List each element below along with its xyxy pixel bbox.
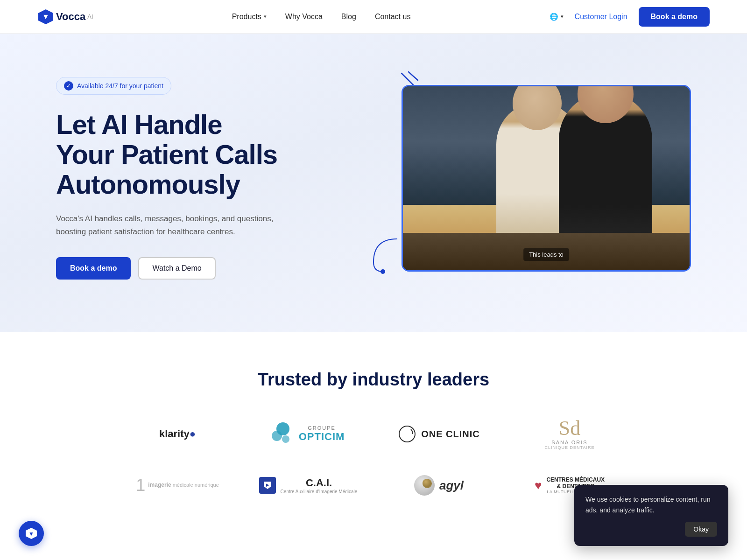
logo-oneclinic: ONE CLINIC <box>378 418 500 450</box>
trusted-title: Trusted by industry leaders <box>37 370 710 390</box>
nav-actions: 🌐 ▾ Customer Login Book a demo <box>550 7 710 27</box>
float-scroll-button[interactable]: ▼ <box>19 521 44 546</box>
cookie-text: We use cookies to personalize content, r… <box>585 494 717 515</box>
opticim-logo-display: GROUPE OPTICIM <box>272 422 345 446</box>
oneclinic-icon <box>398 425 416 443</box>
person-right-body <box>559 93 652 233</box>
logo-klarity: klarity● <box>117 418 238 450</box>
watch-demo-button[interactable]: Watch a Demo <box>138 257 215 280</box>
cai-logo-display: ▶ C.A.I. Centre Auxiliaire d'Imagerie Mé… <box>259 477 358 494</box>
svg-point-5 <box>399 426 415 442</box>
oneclinic-logo-display: ONE CLINIC <box>398 425 480 443</box>
globe-icon: 🌐 <box>550 13 558 21</box>
svg-text:▶: ▶ <box>266 483 269 487</box>
svg-point-4 <box>381 269 385 274</box>
cai-icon-shape: ▶ <box>259 477 276 494</box>
sanaoris-logo-display: Sd SANA ORIS CLINIQUE DENTAIRE <box>545 418 595 450</box>
hero-buttons: Book a demo Watch a Demo <box>56 257 285 280</box>
hero-left: ✓ Available 24/7 for your patient Let AI… <box>56 77 285 279</box>
video-content: This leads to <box>403 86 690 270</box>
logo-imn: 1 imagerie médicale numérique <box>117 469 238 502</box>
available-badge: ✓ Available 24/7 for your patient <box>56 77 171 95</box>
imn-logo-display: 1 imagerie médicale numérique <box>136 476 219 495</box>
products-chevron-icon: ▾ <box>264 14 267 20</box>
logo[interactable]: ▼ Vocca AI <box>37 8 93 25</box>
nav-blog[interactable]: Blog <box>341 13 356 21</box>
hero-section: ✓ Available 24/7 for your patient Let AI… <box>0 34 747 332</box>
svg-text:▼: ▼ <box>42 13 49 21</box>
agyl-sphere-icon <box>414 475 435 496</box>
cookie-banner: We use cookies to personalize content, r… <box>574 485 728 546</box>
klarity-logo-display: klarity● <box>159 428 196 440</box>
nav-why-vocca[interactable]: Why Vocca <box>285 13 323 21</box>
logos-grid: klarity● GROUPE OPTICIM <box>117 418 630 502</box>
nav-products[interactable]: Products ▾ <box>232 13 267 21</box>
logo-opticim: GROUPE OPTICIM <box>247 418 369 450</box>
logo-text: Vocca <box>56 11 85 23</box>
navbar: ▼ Vocca AI Products ▾ Why Vocca Blog Con… <box>0 0 747 34</box>
check-icon: ✓ <box>64 81 73 91</box>
hero-title: Let AI Handle Your Patient Calls Autonom… <box>56 110 285 199</box>
cookie-okay-button[interactable]: Okay <box>685 522 717 537</box>
nav-contact[interactable]: Contact us <box>375 13 410 21</box>
logo-icon: ▼ <box>37 8 54 25</box>
logo-agyl: agyl <box>378 469 500 502</box>
logo-sanaoris: Sd SANA ORIS CLINIQUE DENTAIRE <box>509 418 630 450</box>
book-demo-hero-button[interactable]: Book a demo <box>56 257 131 280</box>
video-caption: This leads to <box>523 248 569 261</box>
opticim-circles-icon <box>272 422 295 446</box>
svg-text:▼: ▼ <box>28 531 34 537</box>
mutuelle-heart-icon: ♥ <box>535 478 542 493</box>
nav-links: Products ▾ Why Vocca Blog Contact us <box>232 13 411 21</box>
cookie-actions: Okay <box>585 522 717 537</box>
chevron-down-icon: ▾ <box>561 14 564 20</box>
hero-description: Vocca's AI handles calls, messages, book… <box>56 212 285 238</box>
agyl-logo-display: agyl <box>414 475 464 496</box>
book-demo-nav-button[interactable]: Book a demo <box>639 7 710 27</box>
svg-line-3 <box>409 72 418 80</box>
globe-language-button[interactable]: 🌐 ▾ <box>550 13 564 21</box>
video-player[interactable]: This leads to <box>402 85 691 272</box>
logo-cai: ▶ C.A.I. Centre Auxiliaire d'Imagerie Mé… <box>247 469 369 502</box>
vocca-float-icon: ▼ <box>25 527 38 540</box>
hero-right: This leads to <box>402 85 691 272</box>
customer-login-button[interactable]: Customer Login <box>575 13 627 21</box>
logo-suffix: AI <box>87 13 93 20</box>
